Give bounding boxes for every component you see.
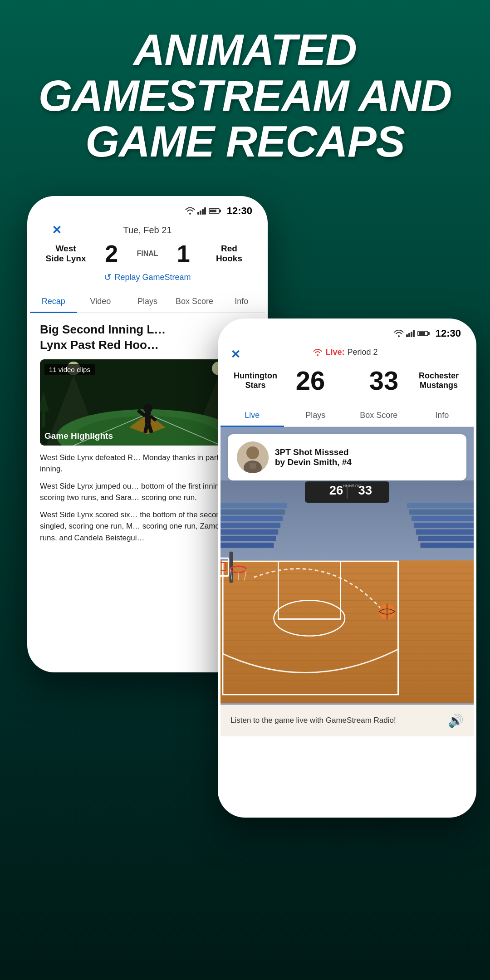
game-date: Tue, Feb 21 (123, 225, 172, 235)
date-row: ✕ Tue, Feb 21 (41, 225, 254, 235)
basketball-court-area: 26 33 HUN ROC (220, 480, 474, 704)
svg-rect-29 (413, 330, 415, 337)
bball-tab-plays[interactable]: Plays (284, 405, 348, 426)
svg-rect-27 (408, 333, 410, 337)
svg-rect-0 (197, 212, 199, 215)
svg-rect-28 (411, 332, 412, 337)
replay-button[interactable]: ↺ Replay GameStream (41, 272, 254, 283)
basketball-court-svg: 26 33 HUN ROC (220, 480, 474, 702)
player-avatar-svg (237, 441, 269, 473)
hero-title: ANIMATED GAMESTREAM AND GAME RECAPS (0, 0, 490, 182)
svg-text:HUN: HUN (343, 483, 352, 488)
svg-rect-47 (418, 536, 474, 542)
bball-tab-boxscore[interactable]: Box Score (347, 405, 411, 426)
svg-rect-44 (412, 516, 474, 522)
away-team-name: Red Hooks (209, 244, 250, 264)
away-score: 1 (177, 240, 190, 267)
svg-point-15 (143, 404, 152, 413)
basketball-game-header: ✕ Live: Period 2 Huntington Stars 26 (220, 343, 474, 405)
svg-rect-45 (414, 523, 474, 528)
wifi-icon (185, 207, 195, 215)
status-bar-basketball: 12:30 (220, 321, 474, 343)
svg-rect-37 (220, 516, 283, 522)
svg-rect-48 (421, 543, 474, 548)
bball-battery-icon (417, 331, 428, 336)
bball-signal-icons (394, 330, 428, 337)
close-button-baseball[interactable]: ✕ (52, 223, 62, 237)
close-button-basketball[interactable]: ✕ (230, 348, 240, 362)
live-signal-icon (313, 348, 323, 357)
svg-point-31 (246, 446, 259, 459)
svg-text:26: 26 (329, 484, 343, 498)
basketball-phone: 12:30 ✕ Live: Period 2 Hunti (218, 318, 476, 818)
play-description: 3PT Shot Misssed by Devin Smith, #4 (275, 447, 352, 467)
game-status: FINAL (137, 250, 158, 258)
svg-rect-33 (250, 463, 256, 469)
radio-text: Listen to the game live with GameStream … (230, 716, 396, 725)
basketball-score-row: Huntington Stars 26 33 Rochester Mustang… (230, 365, 464, 396)
svg-rect-3 (204, 207, 206, 215)
signal-icon (197, 207, 206, 215)
home-score: 2 (105, 240, 118, 267)
battery-icon (209, 208, 220, 214)
svg-line-18 (145, 424, 147, 433)
svg-rect-46 (416, 529, 474, 535)
tab-info[interactable]: Info (218, 291, 265, 312)
video-label: Game Highlights (44, 431, 113, 441)
bball-home-team: Huntington Stars (233, 371, 278, 390)
svg-rect-42 (407, 503, 474, 508)
home-team-name: West Side Lynx (45, 244, 86, 264)
phones-container: 12:30 ✕ Tue, Feb 21 West Side Lynx 2 FIN… (0, 182, 490, 945)
status-time-baseball: 12:30 (227, 205, 252, 217)
score-row-baseball: West Side Lynx 2 FINAL 1 Red Hooks (41, 240, 254, 267)
radio-bar[interactable]: Listen to the game live with GameStream … (220, 705, 474, 736)
period-label: Period 2 (347, 348, 377, 357)
svg-rect-41 (220, 543, 274, 548)
bball-away-score: 33 (369, 365, 399, 396)
svg-rect-35 (220, 503, 287, 508)
svg-rect-39 (220, 529, 278, 535)
svg-rect-43 (409, 510, 474, 515)
basketball-tabs: Live Plays Box Score Info (220, 405, 474, 427)
gamestream-area: 3PT Shot Misssed by Devin Smith, #4 (220, 427, 474, 704)
svg-rect-14 (145, 412, 151, 424)
svg-rect-2 (202, 209, 204, 215)
bball-status-time: 12:30 (436, 328, 461, 339)
volume-icon[interactable]: 🔊 (448, 713, 464, 728)
live-indicator: Live: Period 2 (313, 348, 377, 357)
video-clips-badge: 11 video clips (44, 364, 95, 375)
signal-icons (185, 207, 220, 215)
svg-rect-26 (406, 334, 408, 337)
play-card: 3PT Shot Misssed by Devin Smith, #4 (228, 434, 466, 480)
tab-boxscore[interactable]: Box Score (171, 291, 218, 312)
live-label: Live: (325, 348, 344, 357)
svg-text:ROC: ROC (352, 483, 362, 488)
tab-plays[interactable]: Plays (124, 291, 171, 312)
baseball-game-header: ✕ Tue, Feb 21 West Side Lynx 2 FINAL 1 R… (30, 220, 265, 291)
baseball-tabs: Recap Video Plays Box Score Info (30, 291, 265, 313)
bball-tab-live[interactable]: Live (220, 405, 284, 427)
svg-rect-36 (220, 510, 285, 515)
status-bar-baseball: 12:30 (30, 199, 265, 220)
svg-rect-38 (220, 523, 280, 528)
bball-signal-icon (406, 330, 415, 337)
bball-away-team: Rochester Mustangs (416, 371, 461, 390)
svg-rect-1 (200, 211, 201, 215)
bball-home-score: 26 (296, 365, 325, 396)
tab-video[interactable]: Video (77, 291, 124, 312)
tab-recap[interactable]: Recap (30, 291, 77, 313)
replay-icon: ↺ (104, 272, 112, 283)
bball-tab-info[interactable]: Info (411, 405, 474, 426)
bball-wifi-icon (394, 330, 404, 337)
svg-rect-40 (220, 536, 276, 542)
player-avatar (237, 441, 269, 473)
